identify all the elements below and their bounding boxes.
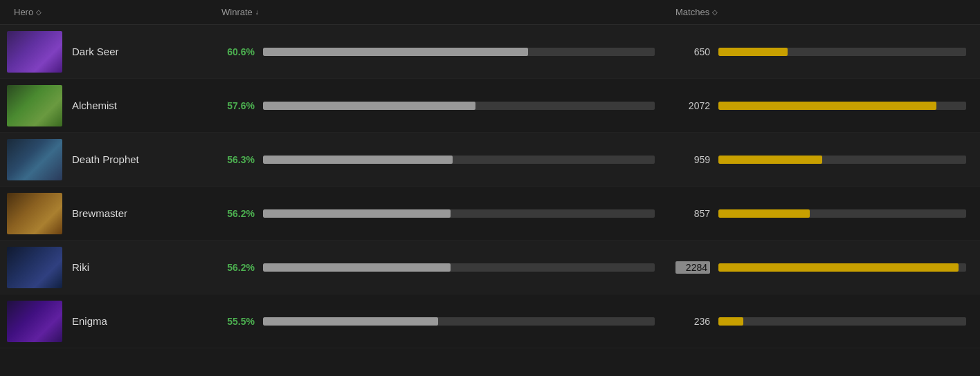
table-row-riki[interactable]: Riki 56.2% 2284 (0, 241, 980, 294)
matches-count-death-prophet: 959 (675, 154, 710, 165)
winrate-bar-track-enigma (263, 317, 655, 326)
winrate-cell-dark-seer: 60.6% (221, 46, 675, 57)
matches-bar-track-riki (718, 263, 966, 272)
table-header: Hero ◇ Winrate ↓ Matches ◇ (0, 0, 980, 25)
hero-name-enigma: Enigma (72, 315, 107, 327)
matches-count-brewmaster: 857 (675, 208, 710, 219)
winrate-bar-track-riki (263, 263, 655, 272)
winrate-label: Winrate (221, 7, 253, 17)
matches-bar-fill-alchemist (718, 102, 936, 110)
winrate-bar-fill-riki (263, 263, 451, 272)
winrate-sort-icon: ↓ (255, 8, 259, 16)
hero-name-riki: Riki (72, 261, 89, 273)
matches-bar-track-brewmaster (718, 209, 966, 218)
matches-sort-icon: ◇ (712, 8, 718, 16)
hero-avatar-brewmaster (7, 193, 62, 234)
matches-cell-enigma: 236 (675, 316, 980, 327)
matches-cell-riki: 2284 (675, 261, 980, 274)
winrate-pct-brewmaster: 56.2% (221, 208, 255, 219)
winrate-pct-death-prophet: 56.3% (221, 154, 255, 165)
matches-count-enigma: 236 (675, 316, 710, 327)
winrate-bar-track-death-prophet (263, 156, 655, 164)
matches-bar-track-dark-seer (718, 48, 966, 56)
matches-bar-track-enigma (718, 317, 966, 326)
matches-bar-fill-dark-seer (718, 48, 788, 56)
hero-cell-brewmaster: Brewmaster (0, 193, 221, 234)
hero-name-dark-seer: Dark Seer (72, 46, 119, 57)
table-row-death-prophet[interactable]: Death Prophet 56.3% 959 (0, 133, 980, 187)
winrate-bar-fill-dark-seer (263, 48, 528, 56)
rows-container: Dark Seer 60.6% 650 Alchemist 57.6% (0, 25, 980, 348)
hero-cell-riki: Riki (0, 247, 221, 288)
hero-avatar-death-prophet (7, 139, 62, 180)
hero-label: Hero (14, 7, 33, 17)
matches-bar-fill-enigma (718, 317, 743, 326)
matches-bar-fill-riki (718, 263, 959, 272)
winrate-pct-riki: 56.2% (221, 262, 255, 273)
winrate-cell-enigma: 55.5% (221, 316, 675, 327)
winrate-pct-alchemist: 57.6% (221, 100, 255, 111)
hero-avatar-riki (7, 247, 62, 288)
hero-cell-enigma: Enigma (0, 301, 221, 342)
winrate-column-header[interactable]: Winrate ↓ (221, 7, 675, 17)
table-row-brewmaster[interactable]: Brewmaster 56.2% 857 (0, 187, 980, 241)
matches-cell-alchemist: 2072 (675, 100, 980, 111)
winrate-cell-riki: 56.2% (221, 262, 675, 273)
matches-count-riki: 2284 (675, 261, 710, 274)
winrate-pct-enigma: 55.5% (221, 316, 255, 327)
hero-name-brewmaster: Brewmaster (72, 207, 127, 219)
matches-bar-track-death-prophet (718, 156, 966, 164)
matches-cell-brewmaster: 857 (675, 208, 980, 219)
winrate-bar-fill-alchemist (263, 102, 475, 110)
hero-stats-table: Hero ◇ Winrate ↓ Matches ◇ Dark Seer 60.… (0, 0, 980, 348)
winrate-pct-dark-seer: 60.6% (221, 46, 255, 57)
table-row-dark-seer[interactable]: Dark Seer 60.6% 650 (0, 25, 980, 79)
hero-sort-icon: ◇ (36, 8, 42, 16)
matches-count-dark-seer: 650 (675, 46, 710, 57)
matches-column-header[interactable]: Matches ◇ (675, 7, 980, 17)
hero-name-death-prophet: Death Prophet (72, 153, 139, 165)
winrate-bar-track-dark-seer (263, 48, 655, 56)
hero-cell-dark-seer: Dark Seer (0, 31, 221, 73)
hero-avatar-alchemist (7, 85, 62, 126)
hero-name-alchemist: Alchemist (72, 100, 117, 111)
winrate-bar-track-alchemist (263, 102, 655, 110)
matches-bar-track-alchemist (718, 102, 966, 110)
hero-cell-death-prophet: Death Prophet (0, 139, 221, 180)
winrate-cell-brewmaster: 56.2% (221, 208, 675, 219)
matches-cell-dark-seer: 650 (675, 46, 980, 57)
hero-cell-alchemist: Alchemist (0, 85, 221, 126)
table-row-alchemist[interactable]: Alchemist 57.6% 2072 (0, 79, 980, 133)
winrate-bar-fill-enigma (263, 317, 438, 326)
winrate-cell-death-prophet: 56.3% (221, 154, 675, 165)
matches-count-alchemist: 2072 (675, 100, 710, 111)
winrate-cell-alchemist: 57.6% (221, 100, 675, 111)
hero-column-header[interactable]: Hero ◇ (0, 7, 221, 17)
matches-bar-fill-brewmaster (718, 209, 810, 218)
table-row-enigma[interactable]: Enigma 55.5% 236 (0, 294, 980, 348)
matches-bar-fill-death-prophet (718, 156, 822, 164)
hero-avatar-enigma (7, 301, 62, 342)
matches-label: Matches (675, 7, 709, 17)
winrate-bar-fill-death-prophet (263, 156, 453, 164)
winrate-bar-track-brewmaster (263, 209, 655, 218)
winrate-bar-fill-brewmaster (263, 209, 451, 218)
hero-avatar-dark-seer (7, 31, 62, 73)
matches-cell-death-prophet: 959 (675, 154, 980, 165)
